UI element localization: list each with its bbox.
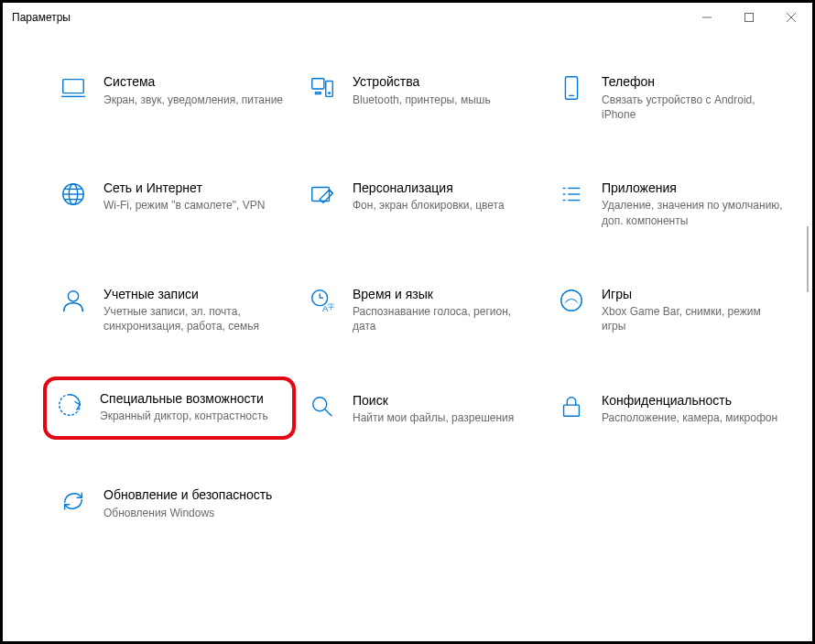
tile-title: Специальные возможности — [100, 391, 283, 408]
svg-point-25 — [68, 290, 78, 300]
tile-desc: Связать устройство с Android, iPhone — [602, 93, 783, 122]
svg-rect-1 — [745, 14, 754, 22]
tile-desc: Xbox Game Bar, снимки, режим игры — [602, 304, 783, 333]
tile-title: Обновление и безопасность — [103, 487, 285, 504]
tile-desc: Удаление, значения по умолчанию, доп. ко… — [602, 198, 783, 227]
tile-accounts[interactable]: Учетные записи Учетные записи, эл. почта… — [54, 281, 292, 342]
tile-title: Персонализация — [353, 180, 534, 197]
svg-point-31 — [561, 290, 582, 311]
svg-rect-4 — [63, 80, 84, 93]
tile-desc: Экранный диктор, контрастность — [100, 409, 283, 423]
tile-desc: Найти мои файлы, разрешения — [353, 410, 534, 425]
time-icon: A字 — [307, 285, 338, 316]
titlebar: Параметры — [3, 3, 812, 32]
tile-desc: Учетные записи, эл. почта, синхронизация… — [103, 304, 285, 333]
tile-title: Система — [103, 74, 285, 91]
search-icon — [307, 391, 338, 422]
tile-desc: Экран, звук, уведомления, питание — [103, 93, 285, 107]
devices-icon — [307, 72, 338, 104]
tile-privacy[interactable]: Конфиденциальность Расположение, камера,… — [552, 387, 790, 437]
tile-search[interactable]: Поиск Найти мои файлы, разрешения — [303, 387, 541, 437]
svg-rect-6 — [312, 79, 324, 89]
svg-rect-34 — [564, 405, 580, 416]
tile-system[interactable]: Система Экран, звук, уведомления, питани… — [54, 69, 292, 129]
tile-desc: Wi-Fi, режим "в самолете", VPN — [103, 198, 285, 213]
tile-desc: Распознавание голоса, регион, дата — [353, 304, 534, 333]
update-icon — [58, 486, 89, 517]
personalization-icon — [307, 179, 338, 210]
settings-window: Параметры Система Экран, звук, уведомлен… — [0, 0, 815, 644]
tile-apps[interactable]: Приложения Удаление, значения по умолчан… — [552, 175, 790, 235]
tile-title: Поиск — [353, 393, 534, 409]
svg-rect-7 — [316, 93, 321, 94]
svg-line-33 — [325, 409, 332, 416]
svg-point-9 — [329, 93, 331, 94]
tile-title: Игры — [602, 287, 783, 303]
scrollbar[interactable] — [807, 226, 809, 292]
system-icon — [58, 72, 89, 104]
tile-network[interactable]: Сеть и Интернет Wi-Fi, режим "в самолете… — [54, 175, 292, 235]
tile-devices[interactable]: Устройства Bluetooth, принтеры, мышь — [303, 69, 541, 129]
maximize-icon — [744, 13, 754, 22]
apps-icon — [556, 179, 587, 210]
minimize-icon — [702, 13, 712, 22]
tile-title: Телефон — [602, 74, 783, 91]
gaming-icon — [556, 285, 587, 316]
tile-desc: Bluetooth, принтеры, мышь — [353, 93, 534, 107]
window-title: Параметры — [12, 11, 71, 24]
network-icon — [58, 179, 89, 210]
tile-title: Устройства — [353, 74, 534, 91]
tile-time[interactable]: A字 Время и язык Распознавание голоса, ре… — [303, 281, 541, 342]
tile-ease-of-access[interactable]: Специальные возможности Экранный диктор,… — [47, 380, 292, 437]
phone-icon — [556, 72, 587, 104]
ease-of-access-icon — [54, 389, 85, 420]
tile-title: Учетные записи — [103, 287, 285, 303]
tile-gaming[interactable]: Игры Xbox Game Bar, снимки, режим игры — [552, 281, 790, 342]
svg-text:字: 字 — [328, 303, 334, 310]
privacy-icon — [556, 391, 587, 422]
minimize-button[interactable] — [686, 3, 728, 32]
close-button[interactable] — [770, 3, 812, 32]
tile-phone[interactable]: Телефон Связать устройство с Android, iP… — [552, 69, 790, 129]
svg-point-32 — [313, 397, 327, 410]
tile-desc: Расположение, камера, микрофон — [602, 410, 783, 425]
tile-title: Конфиденциальность — [602, 393, 783, 409]
window-controls — [686, 3, 812, 32]
tile-update[interactable]: Обновление и безопасность Обновления Win… — [54, 482, 292, 528]
tile-title: Время и язык — [353, 287, 534, 303]
tile-desc: Обновления Windows — [103, 506, 285, 520]
tile-title: Приложения — [602, 180, 783, 197]
close-icon — [787, 13, 796, 22]
maximize-button[interactable] — [728, 3, 770, 32]
tile-desc: Фон, экран блокировки, цвета — [353, 198, 534, 213]
accounts-icon — [58, 285, 89, 316]
settings-grid: Система Экран, звук, уведомления, питани… — [3, 32, 812, 641]
tile-personalization[interactable]: Персонализация Фон, экран блокировки, цв… — [303, 175, 541, 235]
tile-title: Сеть и Интернет — [103, 180, 285, 197]
